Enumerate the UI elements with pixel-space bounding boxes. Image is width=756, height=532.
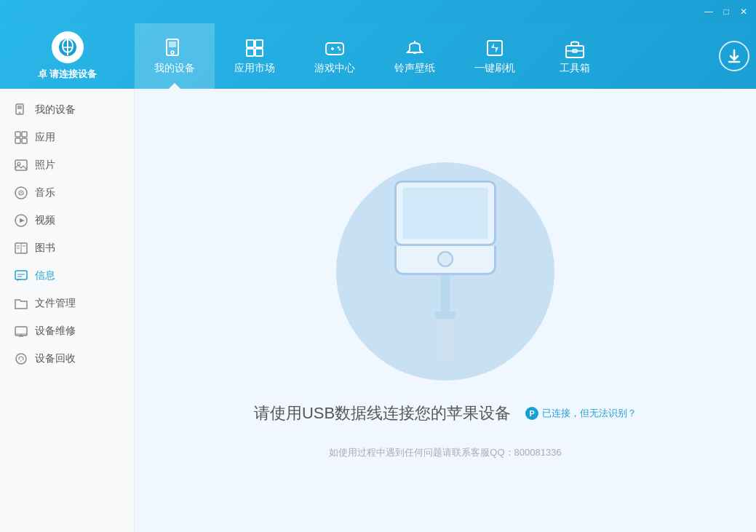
content-area: 请使用USB数据线连接您的苹果设备 P 已连接，但无法识别？ 如使用过程中遇到任… — [135, 89, 756, 532]
svg-rect-5 — [169, 41, 176, 47]
sidebar-item-my-device[interactable]: 我的设备 — [0, 96, 134, 124]
app-store-icon — [244, 37, 266, 59]
nav-tab-flash[interactable]: 一键刷机 — [455, 23, 535, 89]
sidebar-item-photos[interactable]: 照片 — [0, 151, 134, 179]
svg-rect-7 — [247, 40, 254, 47]
nav-tab-app-store[interactable]: 应用市场 — [215, 23, 295, 89]
svg-rect-11 — [326, 43, 343, 55]
logo-icon — [52, 31, 84, 63]
svg-rect-26 — [15, 132, 20, 137]
sidebar-item-video[interactable]: 视频 — [0, 207, 134, 234]
my-device-sidebar-icon — [15, 103, 28, 116]
sidebar-item-apps-label: 应用 — [35, 131, 55, 144]
svg-rect-29 — [22, 138, 27, 143]
sidebar-item-device-repair[interactable]: 设备维修 — [0, 317, 134, 345]
svg-rect-42 — [15, 271, 27, 279]
apps-sidebar-icon — [15, 131, 28, 144]
nav-tabs: 我的设备 应用市场 游戏中心 — [135, 23, 712, 89]
sidebar-item-device-recycle[interactable]: 设备回收 — [0, 345, 134, 373]
messages-sidebar-icon — [15, 269, 28, 282]
connect-link[interactable]: P 已连接，但无法识别？ — [525, 407, 637, 420]
svg-rect-19 — [566, 46, 584, 57]
svg-rect-8 — [255, 40, 263, 47]
sidebar-item-file-manager-label: 文件管理 — [35, 297, 76, 310]
nav-tab-game-center[interactable]: 游戏中心 — [295, 23, 375, 89]
titlebar-controls: — □ ✕ — [702, 5, 750, 18]
usb-cable — [441, 275, 450, 311]
usb-cable-lower — [438, 319, 453, 362]
support-text: 如使用过程中遇到任何问题请联系客服QQ：800081336 — [329, 446, 561, 459]
connect-text: 请使用USB数据线连接您的苹果设备 — [254, 402, 511, 424]
connect-link-label: 已连接，但无法识别？ — [542, 407, 637, 420]
flash-icon — [484, 37, 506, 59]
svg-point-14 — [338, 47, 340, 49]
sidebar-item-device-recycle-label: 设备回收 — [35, 352, 76, 365]
my-device-icon — [164, 37, 186, 59]
svg-rect-24 — [17, 106, 22, 109]
sidebar: 我的设备 应用 照片 — [0, 89, 135, 532]
sidebar-item-messages-label: 信息 — [35, 269, 55, 282]
logo-text: 卓 请连接设备 — [38, 68, 98, 81]
svg-marker-36 — [20, 218, 25, 223]
file-manager-sidebar-icon — [15, 297, 28, 310]
download-button[interactable] — [719, 41, 749, 71]
svg-rect-9 — [247, 49, 254, 56]
svg-point-15 — [339, 49, 341, 51]
device-illustration-circle — [336, 162, 554, 381]
device-illustration — [394, 180, 496, 362]
logo-area: 卓 请连接设备 — [0, 23, 135, 89]
sidebar-item-messages[interactable]: 信息 — [0, 262, 134, 290]
nav-tab-ringtones-label: 铃声壁纸 — [394, 62, 435, 75]
video-sidebar-icon — [15, 214, 28, 227]
svg-point-49 — [16, 354, 26, 364]
usb-connector-top — [435, 311, 455, 319]
sidebar-item-device-repair-label: 设备维修 — [35, 325, 76, 338]
photos-sidebar-icon — [15, 159, 28, 172]
svg-point-34 — [20, 192, 22, 194]
nav-tab-toolbox[interactable]: 工具箱 — [535, 23, 615, 89]
game-center-icon — [324, 37, 346, 59]
phone-screen — [402, 188, 488, 239]
nav-tab-my-device[interactable]: 我的设备 — [135, 23, 215, 89]
books-sidebar-icon — [15, 242, 28, 255]
sidebar-item-photos-label: 照片 — [35, 159, 55, 172]
sidebar-item-file-manager[interactable]: 文件管理 — [0, 290, 134, 317]
sidebar-item-books[interactable]: 图书 — [0, 234, 134, 262]
toolbox-icon — [564, 37, 586, 59]
music-sidebar-icon — [15, 186, 28, 199]
svg-rect-28 — [15, 138, 20, 143]
header: 卓 请连接设备 我的设备 应用市场 — [0, 23, 756, 89]
main-layout: 我的设备 应用 照片 — [0, 89, 756, 532]
svg-rect-30 — [15, 160, 27, 170]
connect-message-area: 请使用USB数据线连接您的苹果设备 P 已连接，但无法识别？ — [254, 402, 637, 424]
sidebar-item-music-label: 音乐 — [35, 186, 55, 199]
phone-body — [394, 180, 496, 246]
download-icon — [726, 48, 742, 64]
download-area — [712, 23, 756, 89]
home-button — [437, 251, 453, 267]
sidebar-item-books-label: 图书 — [35, 242, 55, 255]
svg-rect-27 — [22, 132, 27, 137]
svg-point-25 — [19, 112, 20, 114]
connect-link-icon: P — [525, 407, 538, 420]
phone-bottom — [394, 246, 496, 275]
nav-tab-toolbox-label: 工具箱 — [560, 62, 590, 75]
close-button[interactable]: ✕ — [737, 5, 750, 18]
device-repair-sidebar-icon — [15, 325, 28, 338]
sidebar-item-apps[interactable]: 应用 — [0, 124, 134, 151]
nav-tab-flash-label: 一键刷机 — [474, 62, 515, 75]
maximize-button[interactable]: □ — [720, 5, 733, 18]
sidebar-item-video-label: 视频 — [35, 214, 55, 227]
sidebar-item-music[interactable]: 音乐 — [0, 179, 134, 207]
nav-tab-ringtones[interactable]: 铃声壁纸 — [375, 23, 455, 89]
nav-tab-app-store-label: 应用市场 — [234, 62, 275, 75]
minimize-button[interactable]: — — [702, 5, 715, 18]
nav-tab-my-device-label: 我的设备 — [154, 62, 195, 75]
app-logo-svg — [57, 37, 78, 57]
svg-point-31 — [17, 162, 20, 165]
sidebar-item-my-device-label: 我的设备 — [35, 103, 76, 116]
nav-tab-game-center-label: 游戏中心 — [314, 62, 355, 75]
device-recycle-sidebar-icon — [15, 352, 28, 365]
ringtones-icon — [404, 37, 426, 59]
svg-rect-10 — [255, 49, 263, 56]
